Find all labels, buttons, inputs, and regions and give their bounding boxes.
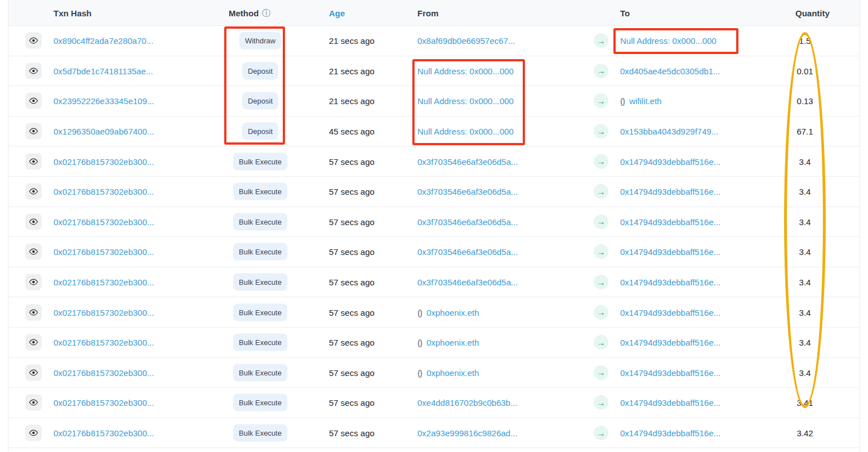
from-address-link[interactable]: 0x8af69db0e66957ec67...	[417, 36, 515, 46]
arrow-glyph: →	[597, 36, 606, 46]
method-badge: Bulk Execute	[233, 213, 287, 230]
to-address-link[interactable]: 0x14794d93debbaff516e...	[620, 307, 720, 317]
eye-button[interactable]	[25, 334, 42, 351]
txn-hash-link[interactable]: 0x1296350ae09ab67400...	[54, 127, 154, 136]
arrow-right-icon: →	[594, 365, 608, 380]
from-address-link[interactable]: Null Address: 0x000...000	[417, 127, 514, 136]
eye-icon	[29, 279, 38, 286]
from-address-link[interactable]: 0xe4dd816702b9c0b63b...	[417, 398, 518, 408]
table-row: 0x02176b8157302eb300... Bulk Execute 57 …	[8, 237, 860, 267]
column-header-age[interactable]: Age	[329, 0, 345, 26]
table-row: 0x1296350ae09ab67400... Deposit 45 secs …	[8, 117, 860, 147]
eye-icon	[29, 369, 38, 376]
method-cell: Deposit	[229, 123, 292, 140]
method-badge: Deposit	[242, 92, 278, 110]
table-row: 0x02176b8157302eb300... Bulk Execute 57 …	[8, 328, 860, 358]
quantity-cell: 3.4	[782, 368, 827, 377]
quantity-cell: 3.4	[782, 156, 827, 166]
to-address-link[interactable]: 0xd405ae4e5dc0305db1...	[620, 66, 720, 75]
from-address-link[interactable]: 0x3f703546e6af3e06d5a...	[417, 156, 518, 166]
age-cell: 57 secs ago	[329, 217, 375, 226]
from-cell: () 0x8af69db0e66957ec67...	[417, 36, 515, 46]
eye-icon	[29, 339, 38, 346]
eye-button[interactable]	[25, 184, 42, 200]
method-cell: Bulk Execute	[229, 183, 292, 200]
arrow-glyph: →	[597, 127, 606, 136]
txn-hash-link[interactable]: 0x02176b8157302eb300...	[54, 278, 154, 287]
quantity-cell: 3.4	[782, 187, 827, 196]
from-address-link[interactable]: 0x3f703546e6af3e06d5a...	[417, 278, 518, 287]
txn-hash-link[interactable]: 0x02176b8157302eb300...	[54, 156, 154, 166]
method-cell: Bulk Execute	[229, 394, 292, 411]
eye-button[interactable]	[25, 33, 42, 49]
from-address-link[interactable]: Null Address: 0x000...000	[417, 96, 514, 106]
txn-hash-link[interactable]: 0x23952226e33345e109...	[54, 96, 154, 106]
txn-hash-link[interactable]: 0x02176b8157302eb300...	[54, 398, 154, 408]
to-address-link[interactable]: 0x14794d93debbaff516e...	[620, 217, 720, 226]
eye-icon	[29, 429, 38, 437]
from-address-link[interactable]: Null Address: 0x000...000	[417, 66, 514, 75]
to-address-link[interactable]: 0x14794d93debbaff516e...	[620, 278, 720, 287]
from-address-link[interactable]: 0x2a93e999816c9826ad...	[417, 428, 518, 438]
from-address-link[interactable]: 0xphoenix.eth	[426, 307, 479, 317]
eye-button[interactable]	[25, 244, 42, 260]
method-badge: Bulk Execute	[233, 364, 287, 381]
from-cell: () 0xphoenix.eth	[417, 338, 479, 347]
method-cell: Bulk Execute	[229, 243, 292, 261]
from-address-link[interactable]: 0x3f703546e6af3e06d5a...	[417, 217, 518, 226]
from-cell: () 0xphoenix.eth	[417, 307, 479, 317]
eye-button[interactable]	[25, 304, 42, 320]
txn-hash-link[interactable]: 0x02176b8157302eb300...	[54, 307, 154, 317]
quantity-cell: 3.42	[782, 428, 827, 438]
method-badge: Bulk Execute	[233, 394, 287, 411]
to-address-link[interactable]: 0x14794d93debbaff516e...	[620, 187, 720, 196]
eye-button[interactable]	[25, 395, 42, 411]
quantity-cell: 0.13	[782, 96, 827, 106]
eye-button[interactable]	[25, 425, 42, 441]
txn-hash-link[interactable]: 0x02176b8157302eb300...	[54, 338, 154, 347]
to-address-link[interactable]: 0x14794d93debbaff516e...	[620, 368, 720, 377]
txn-hash-link[interactable]: 0x02176b8157302eb300...	[54, 368, 154, 377]
from-address-link[interactable]: 0xphoenix.eth	[426, 338, 479, 347]
eye-button[interactable]	[25, 153, 42, 169]
from-cell: () Null Address: 0x000...000	[417, 96, 514, 106]
eye-button[interactable]	[25, 123, 42, 140]
from-address-link[interactable]: 0x3f703546e6af3e06d5a...	[417, 187, 518, 196]
to-address-link[interactable]: 0x14794d93debbaff516e...	[620, 338, 720, 347]
quantity-cell: 1.5	[782, 36, 827, 46]
arrow-right-icon: →	[594, 33, 608, 48]
txn-hash-link[interactable]: 0x02176b8157302eb300...	[54, 428, 154, 438]
method-cell: Bulk Execute	[229, 424, 292, 442]
eye-button[interactable]	[25, 93, 42, 109]
to-address-link[interactable]: wifilit.eth	[629, 96, 662, 106]
arrow-glyph: →	[597, 66, 606, 75]
age-cell: 45 secs ago	[329, 127, 375, 136]
txn-hash-link[interactable]: 0x890c4ff2ada7e280a70...	[54, 36, 153, 46]
to-address-link[interactable]: 0x14794d93debbaff516e...	[620, 428, 720, 438]
to-address-link[interactable]: 0x14794d93debbaff516e...	[620, 247, 720, 257]
eye-button[interactable]	[25, 274, 42, 290]
arrow-right-icon: →	[594, 395, 608, 410]
txn-hash-link[interactable]: 0x02176b8157302eb300...	[54, 187, 154, 196]
eye-button[interactable]	[25, 213, 42, 230]
to-address-link[interactable]: 0x14794d93debbaff516e...	[620, 156, 720, 166]
txn-hash-link[interactable]: 0x02176b8157302eb300...	[54, 217, 154, 226]
quantity-cell: 3.4	[782, 278, 827, 287]
eye-icon	[29, 218, 38, 225]
to-address-link[interactable]: 0x14794d93debbaff516e...	[620, 398, 720, 408]
method-badge: Bulk Execute	[233, 274, 287, 291]
info-icon[interactable]: ⓘ	[262, 8, 270, 19]
eye-button[interactable]	[25, 62, 42, 79]
to-address-link[interactable]: 0x153bba4043d929f749...	[620, 127, 718, 136]
transactions-table: Txn Hash Method ⓘ Age From To Quantity 0…	[8, 0, 860, 452]
to-cell: () 0x14794d93debbaff516e...	[620, 217, 720, 226]
from-cell: () Null Address: 0x000...000	[417, 66, 514, 75]
from-address-link[interactable]: 0xphoenix.eth	[426, 368, 479, 377]
from-address-link[interactable]: 0x3f703546e6af3e06d5a...	[417, 247, 518, 257]
to-address-link[interactable]: Null Address: 0x000...000	[620, 36, 716, 46]
txn-hash-link[interactable]: 0x02176b8157302eb300...	[54, 247, 154, 257]
age-cell: 57 secs ago	[329, 428, 375, 438]
eye-button[interactable]	[25, 364, 42, 381]
txn-hash-link[interactable]: 0x5d7bde1c74181135ae...	[54, 66, 153, 75]
age-cell: 21 secs ago	[329, 36, 375, 46]
